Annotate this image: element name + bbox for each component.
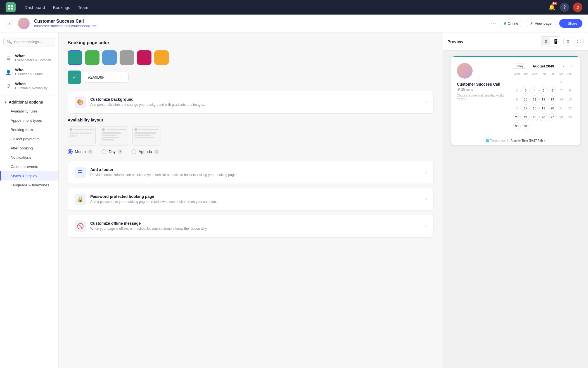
cal-day[interactable]: 19 — [539, 104, 547, 112]
cal-day — [548, 122, 556, 130]
cal-day[interactable]: 25 — [531, 113, 539, 121]
nav-dashboard[interactable]: Dashboard — [25, 4, 45, 11]
cal-day[interactable]: 3 — [522, 86, 530, 94]
sidebar-item-booking-form[interactable]: Booking form — [0, 125, 58, 134]
customize-offline-title: Customize offline message — [90, 221, 421, 226]
color-swatch-blue[interactable] — [102, 50, 117, 65]
user-avatar-button[interactable]: J — [573, 3, 582, 12]
color-hex-input[interactable] — [84, 72, 129, 83]
view-page-button[interactable]: ↗ View page — [526, 20, 556, 27]
add-footer-desc: Provide contact information or links to … — [90, 173, 421, 177]
cal-header-tue: Tue — [521, 72, 530, 76]
nav-when[interactable]: ⏱ When Duration & Availability — [0, 79, 58, 93]
cal-day — [566, 78, 574, 85]
preview-expand-btn[interactable]: ⛶ — [575, 37, 584, 46]
layout-thumb-agenda[interactable] — [132, 126, 160, 146]
nav-what[interactable]: ☰ What Event details & Location — [0, 51, 58, 65]
cal-day[interactable]: 5 — [539, 86, 547, 94]
sidebar-item-appointment-types[interactable]: Appointment types — [0, 116, 58, 125]
preview-tablet-btn[interactable]: 📱 — [551, 37, 560, 45]
layout-thumb-month[interactable] — [68, 126, 96, 146]
app-logo[interactable] — [6, 2, 16, 12]
layout-option-agenda[interactable]: Agenda ? — [131, 149, 159, 154]
cal-day: 15 — [566, 95, 574, 103]
layout-thumb-day[interactable] — [100, 126, 128, 146]
cal-day[interactable]: 26 — [539, 113, 547, 121]
customize-background-title: Customize background — [90, 97, 421, 102]
preview-desktop-btn[interactable]: 🖥 — [541, 37, 550, 45]
cal-day[interactable]: 11 — [531, 95, 539, 103]
month-help-icon[interactable]: ? — [88, 149, 93, 154]
cal-timezone: 🌐 Times shown in Atlantic Time (10:17 AM… — [456, 139, 575, 142]
color-swatch-teal[interactable] — [68, 50, 82, 65]
help-button[interactable]: ? — [560, 3, 569, 12]
cal-prev-btn[interactable]: ‹ — [561, 63, 567, 69]
subheader-actions: ⋯ Online ↗ View page ↑ Share — [491, 19, 582, 28]
status-button[interactable]: Online — [500, 20, 523, 27]
cal-day[interactable]: 18 — [531, 104, 539, 112]
cal-day[interactable]: 30 — [513, 122, 521, 130]
color-swatch-yellow[interactable] — [154, 50, 169, 65]
cal-day[interactable]: 6 — [548, 86, 556, 94]
color-swatch-green[interactable] — [85, 50, 99, 65]
cal-day[interactable]: 13 — [548, 95, 556, 103]
event-url[interactable]: customer-success-call.youcanbook.me — [34, 24, 486, 28]
cal-day[interactable]: 12 — [539, 95, 547, 103]
cal-day[interactable]: 10 — [522, 95, 530, 103]
cal-day[interactable]: 27 — [548, 113, 556, 121]
add-footer-card[interactable]: ☰ Add a footer Provide contact informati… — [68, 161, 434, 184]
radio-month-inner — [69, 150, 72, 153]
agenda-help-icon[interactable]: ? — [154, 149, 159, 154]
radio-day-outer — [101, 149, 106, 154]
cal-nav: Today August 2049 ‹ › — [513, 63, 574, 69]
cal-day[interactable]: 17 — [522, 104, 530, 112]
preview-settings-btn[interactable]: ⚙ — [563, 37, 572, 46]
cal-today-btn[interactable]: Today — [513, 64, 526, 69]
cal-header-wed: Wed — [530, 72, 539, 76]
svg-rect-1 — [11, 5, 13, 7]
password-protected-card[interactable]: 🔒 Password protected booking page Add a … — [68, 188, 434, 211]
notifications-button[interactable]: 🔔 9+ — [547, 3, 556, 12]
nav-who[interactable]: 👤 Who Calendar & Teams — [0, 65, 58, 79]
availability-layout-section: Availability layout — [68, 118, 434, 154]
search-box[interactable]: 🔍 — [3, 37, 55, 46]
back-button[interactable]: ‹ — [6, 20, 13, 27]
timezone-label: Times shown in — [490, 139, 509, 142]
additional-options-row[interactable]: ▾ Additional options — [0, 98, 58, 107]
cal-day[interactable]: 23 — [513, 113, 521, 121]
cal-duration: ⏱ 25 mins — [457, 88, 507, 92]
cal-day[interactable]: 4 — [531, 86, 539, 94]
sidebar-item-collect-payments[interactable]: Collect payments — [0, 134, 58, 144]
cal-day[interactable]: 31 — [522, 122, 530, 130]
sidebar-item-notifications[interactable]: Notifications — [0, 153, 58, 162]
nav-team[interactable]: Team — [78, 4, 88, 11]
cal-choose-text: Choose a date and time that works for yo… — [457, 94, 507, 100]
layout-option-day[interactable]: Day ? — [101, 149, 122, 154]
cal-day — [531, 78, 539, 85]
customize-offline-card[interactable]: 🚫 Customize offline message When your pa… — [68, 215, 434, 238]
day-help-icon[interactable]: ? — [118, 149, 122, 154]
preview-header: Preview 🖥 📱 ⚙ ⛶ — [443, 32, 588, 51]
sidebar-item-calendar-events[interactable]: Calendar events — [0, 162, 58, 171]
layout-option-month[interactable]: Month ? — [68, 149, 93, 154]
customize-background-card[interactable]: 🎨 Customize background Add personalizati… — [68, 91, 434, 114]
color-swatch-gray[interactable] — [120, 50, 134, 65]
cal-day[interactable]: 24 — [522, 113, 530, 121]
cal-day[interactable]: 20 — [548, 104, 556, 112]
search-input[interactable] — [14, 40, 51, 44]
sidebar-item-styles-display[interactable]: Styles & display — [0, 171, 58, 181]
preview-view-toggle: 🖥 📱 — [540, 36, 561, 46]
share-button[interactable]: ↑ Share — [559, 19, 582, 28]
who-sub: Calendar & Teams — [15, 72, 43, 76]
selected-color-swatch: ✓ — [68, 71, 81, 84]
when-icon: ⏱ — [4, 82, 12, 90]
sidebar-item-after-booking[interactable]: After booking — [0, 144, 58, 153]
more-options-button[interactable]: ⋯ — [491, 20, 496, 27]
sidebar-item-availability-rules[interactable]: Availability rules — [0, 107, 58, 116]
color-swatch-red[interactable] — [137, 50, 151, 65]
timezone-chevron: ▾ — [544, 139, 545, 142]
sidebar-item-language-timezones[interactable]: Language & timezones — [0, 181, 58, 190]
preview-panel: Preview 🖥 📱 ⚙ ⛶ Customer Success Call — [443, 32, 588, 368]
cal-next-btn[interactable]: › — [568, 63, 574, 69]
nav-bookings[interactable]: Bookings — [53, 4, 70, 11]
